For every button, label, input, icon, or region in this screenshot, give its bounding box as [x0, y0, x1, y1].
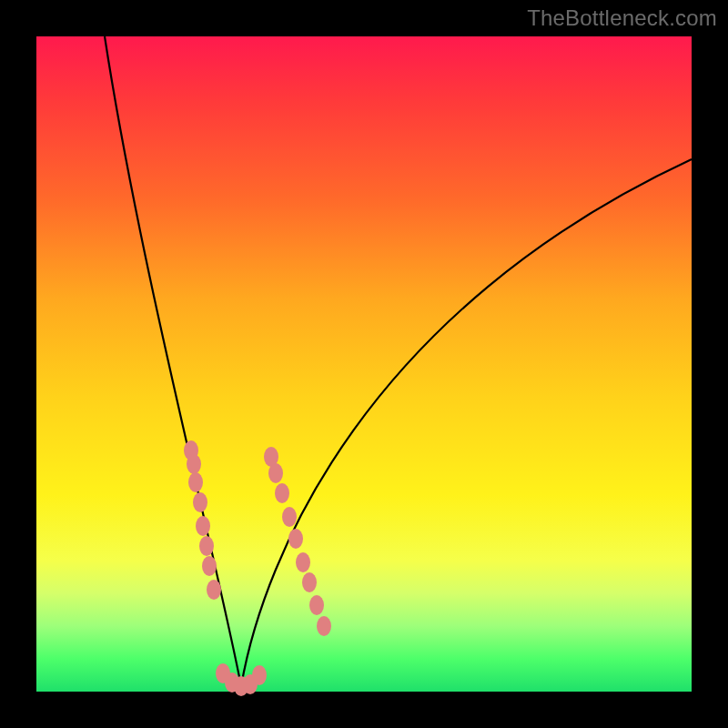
watermark-text: TheBottleneck.com [527, 5, 717, 31]
data-marker [317, 616, 331, 636]
data-marker [282, 507, 297, 527]
data-marker [202, 556, 217, 576]
data-marker [268, 463, 283, 483]
data-marker [309, 595, 324, 615]
bottleneck-curve [105, 36, 692, 686]
data-marker [188, 472, 203, 492]
marker-group [184, 440, 331, 696]
data-marker [296, 552, 310, 572]
data-marker [196, 516, 210, 536]
data-marker [302, 572, 317, 592]
chart-frame: TheBottleneck.com [0, 0, 728, 728]
data-marker [187, 454, 201, 474]
data-marker [207, 580, 221, 600]
data-marker [288, 529, 303, 549]
data-marker [199, 536, 214, 556]
data-marker [252, 665, 267, 685]
data-marker [275, 483, 289, 503]
curve-layer [36, 36, 692, 692]
data-marker [193, 492, 207, 512]
